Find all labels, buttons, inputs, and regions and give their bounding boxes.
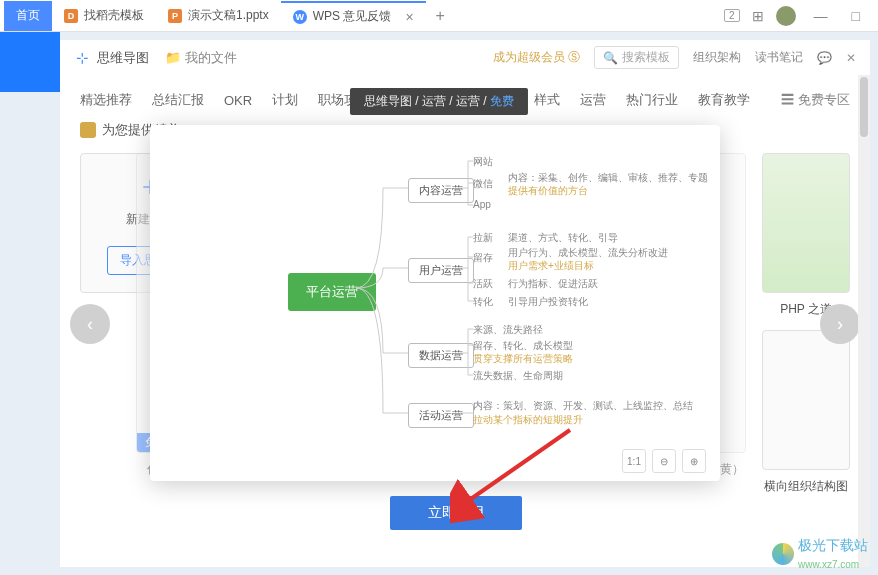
mindmap-root-node: 平台运营 (288, 273, 376, 311)
template-preview-modal: 平台运营 内容运营 网站 微信 内容：采集、创作、编辑、审核、推荐、专题 提供有… (150, 125, 720, 481)
tab-add-button[interactable]: + (426, 7, 455, 25)
tab-bar: 首页 D 找稻壳模板 P 演示文稿1.pptx W WPS 意见反馈 × + 2… (0, 0, 878, 32)
watermark-url: www.xz7.com (798, 559, 859, 570)
cat-item[interactable]: 运营 (580, 91, 606, 109)
search-input[interactable]: 🔍 搜索模板 (594, 46, 679, 69)
folder-link[interactable]: 📁 我的文件 (165, 49, 237, 67)
cat-free-zone[interactable]: ☰ 免费专区 (781, 91, 850, 109)
chat-icon[interactable]: 💬 (817, 51, 832, 65)
header-tab-notes[interactable]: 读书笔记 (755, 49, 803, 66)
close-panel-icon[interactable]: ✕ (846, 51, 856, 65)
scrollbar[interactable] (858, 75, 870, 567)
tab-counter[interactable]: 2 (724, 9, 740, 22)
cat-item[interactable]: 样式 (534, 91, 560, 109)
cat-item[interactable]: 计划 (272, 91, 298, 109)
tab-label: WPS 意见反馈 (313, 8, 392, 25)
watermark: 极光下载站 www.xz7.com (772, 537, 868, 571)
minimize-button[interactable]: — (808, 8, 834, 24)
leaf: 行为指标、促进活跃 (508, 277, 598, 291)
cat-item[interactable]: 热门行业 (626, 91, 678, 109)
maximize-button[interactable]: □ (846, 8, 866, 24)
modal-toolbar: 1:1 ⊖ ⊕ (622, 449, 706, 473)
card-title: 横向组织结构图 (762, 478, 850, 495)
watermark-logo-icon (772, 543, 794, 565)
ratio-button[interactable]: 1:1 (622, 449, 646, 473)
zoom-out-button[interactable]: ⊖ (652, 449, 676, 473)
leaf: 留存 (473, 251, 493, 265)
tab-label: 演示文稿1.pptx (188, 7, 269, 24)
tab-presentation[interactable]: P 演示文稿1.pptx (156, 1, 281, 31)
cat-item[interactable]: OKR (224, 93, 252, 108)
leaf: 内容：采集、创作、编辑、审核、推荐、专题 (508, 171, 708, 185)
tab-label: 找稻壳模板 (84, 7, 144, 24)
mindmap-preview[interactable]: 平台运营 内容运营 网站 微信 内容：采集、创作、编辑、审核、推荐、专题 提供有… (168, 143, 702, 443)
leaf: 留存、转化、成长模型 (473, 339, 573, 353)
leaf: 引导用户投资转化 (508, 295, 588, 309)
cat-item[interactable]: 教育教学 (698, 91, 750, 109)
carousel-next-button[interactable]: › (820, 304, 860, 344)
carousel-prev-button[interactable]: ‹ (70, 304, 110, 344)
vip-link[interactable]: 成为超级会员 Ⓢ (493, 49, 580, 66)
tab-templates[interactable]: D 找稻壳模板 (52, 1, 156, 31)
close-icon[interactable]: × (405, 9, 413, 25)
leaf: 网站 (473, 155, 493, 169)
zoom-in-button[interactable]: ⊕ (682, 449, 706, 473)
watermark-name: 极光下载站 (798, 537, 868, 553)
cat-item[interactable]: 总结汇报 (152, 91, 204, 109)
wps-icon: W (293, 10, 307, 24)
leaf: 用户需求+业绩目标 (508, 259, 594, 273)
mindmap-icon: ⊹ (76, 49, 89, 67)
leaf: 转化 (473, 295, 493, 309)
leaf: 流失数据、生命周期 (473, 369, 563, 383)
cat-item[interactable]: 精选推荐 (80, 91, 132, 109)
leaf: 渠道、方式、转化、引导 (508, 231, 618, 245)
window-controls: 2 ⊞ — □ (724, 6, 874, 26)
leaf: 提供有价值的方台 (508, 184, 588, 198)
app-header: ⊹ 思维导图 📁 我的文件 成为超级会员 Ⓢ 🔍 搜索模板 组织架构 读书笔记 … (60, 40, 870, 75)
ppt-icon: P (168, 9, 182, 23)
use-template-button[interactable]: 立即使用 (390, 496, 522, 530)
header-tab-org[interactable]: 组织架构 (693, 49, 741, 66)
leaf: App (473, 199, 491, 210)
page-title: 思维导图 (97, 49, 149, 67)
tab-feedback[interactable]: W WPS 意见反馈 × (281, 1, 426, 31)
docer-icon: D (64, 9, 78, 23)
branch-node: 内容运营 (408, 178, 474, 203)
grid-icon[interactable]: ⊞ (752, 8, 764, 24)
leaf: 来源、流失路径 (473, 323, 543, 337)
leaf: 拉动某个指标的短期提升 (473, 413, 583, 427)
leaf: 微信 (473, 177, 493, 191)
breadcrumb: 思维导图 / 运营 / 运营 / 免费 (350, 88, 528, 115)
branch-node: 数据运营 (408, 343, 474, 368)
leaf: 用户行为、成长模型、流失分析改进 (508, 246, 668, 260)
leaf: 拉新 (473, 231, 493, 245)
branch-node: 活动运营 (408, 403, 474, 428)
promo-icon (80, 122, 96, 138)
leaf: 贯穿支撑所有运营策略 (473, 352, 573, 366)
left-sidebar-strip (0, 32, 60, 92)
leaf: 活跃 (473, 277, 493, 291)
tab-home[interactable]: 首页 (4, 1, 52, 31)
branch-node: 用户运营 (408, 258, 474, 283)
leaf: 内容：策划、资源、开发、测试、上线监控、总结 (473, 399, 693, 413)
avatar[interactable] (776, 6, 796, 26)
